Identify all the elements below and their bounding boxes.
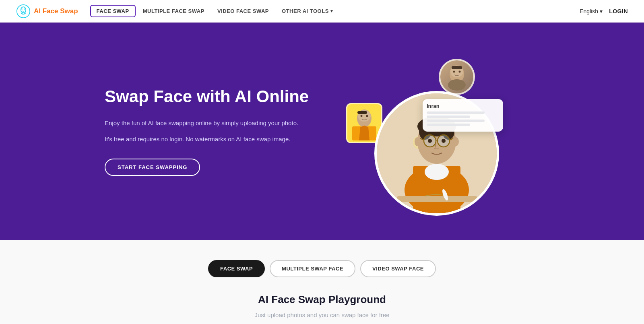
logo-link[interactable]: AI Face Swap xyxy=(16,4,78,19)
snap-card-name: Inran xyxy=(427,103,499,109)
hero-desc2: It's free and requires no login. No wate… xyxy=(105,134,314,144)
lang-chevron-icon: ▾ xyxy=(600,8,603,14)
nav-other-ai-tools[interactable]: OTHER AI TOOLS ▾ xyxy=(276,6,339,17)
playground-subtitle: Just upload photos and you can swap face… xyxy=(254,312,389,318)
svg-point-32 xyxy=(453,137,459,146)
nav-right: English ▾ LOGIN xyxy=(580,8,628,14)
source-face-svg xyxy=(443,63,471,91)
tab-face-swap[interactable]: FACE SWAP xyxy=(208,260,265,277)
tab-multiple-swap-face[interactable]: MULTIPLE SWAP FACE xyxy=(270,260,355,277)
playground-title: AI Face Swap Playground xyxy=(258,293,386,306)
bottom-section: FACE SWAP MULTIPLE SWAP FACE VIDEO SWAP … xyxy=(0,240,644,324)
source-face-left-svg xyxy=(350,106,378,140)
tab-video-swap-face[interactable]: VIDEO SWAP FACE xyxy=(360,260,436,277)
nav-multiple-face-swap[interactable]: MULTIPLE FACE SWAP xyxy=(137,6,210,17)
snap-card-row-3 xyxy=(427,120,485,122)
logo-text: AI Face Swap xyxy=(34,7,78,15)
snapchat-ui-card: Inran xyxy=(423,99,503,132)
svg-point-30 xyxy=(442,139,446,143)
hero-desc1: Enjoy the fun of AI face swapping online… xyxy=(105,118,314,128)
hero-title: Swap Face with AI Online xyxy=(105,87,314,107)
navbar: AI Face Swap FACE SWAP MULTIPLE FACE SWA… xyxy=(0,0,644,23)
nav-face-swap[interactable]: FACE SWAP xyxy=(90,5,136,17)
snap-card-row-1 xyxy=(427,111,485,114)
svg-point-14 xyxy=(366,115,368,117)
svg-point-29 xyxy=(428,139,432,143)
svg-point-7 xyxy=(459,71,461,73)
svg-point-19 xyxy=(425,164,449,180)
svg-rect-33 xyxy=(397,196,477,202)
language-label: English xyxy=(580,8,598,14)
hero-section: Swap Face with AI Online Enjoy the fun o… xyxy=(0,23,644,240)
snap-card-row-2 xyxy=(427,116,470,118)
hero-content: Swap Face with AI Online Enjoy the fun o… xyxy=(105,87,314,176)
hero-illustration: ⬇ ➜ xyxy=(338,47,507,216)
source-face-top xyxy=(439,59,475,95)
svg-point-3 xyxy=(24,8,25,10)
svg-point-13 xyxy=(361,115,363,117)
tab-buttons-group: FACE SWAP MULTIPLE SWAP FACE VIDEO SWAP … xyxy=(208,260,436,277)
svg-rect-15 xyxy=(357,111,367,114)
language-selector[interactable]: English ▾ xyxy=(580,8,603,14)
start-face-swapping-button[interactable]: START FACE SWAPPING xyxy=(105,159,200,176)
logo-icon xyxy=(16,4,31,19)
svg-rect-8 xyxy=(452,66,462,69)
nav-links: FACE SWAP MULTIPLE FACE SWAP VIDEO FACE … xyxy=(90,5,580,17)
svg-point-1 xyxy=(21,7,26,12)
svg-point-9 xyxy=(448,79,466,91)
svg-point-31 xyxy=(415,137,420,146)
svg-point-6 xyxy=(453,71,455,73)
login-button[interactable]: LOGIN xyxy=(609,8,628,14)
chevron-down-icon: ▾ xyxy=(330,8,333,14)
nav-video-face-swap[interactable]: VIDEO FACE SWAP xyxy=(212,6,275,17)
svg-point-2 xyxy=(21,8,23,10)
snap-card-row-4 xyxy=(427,124,470,126)
